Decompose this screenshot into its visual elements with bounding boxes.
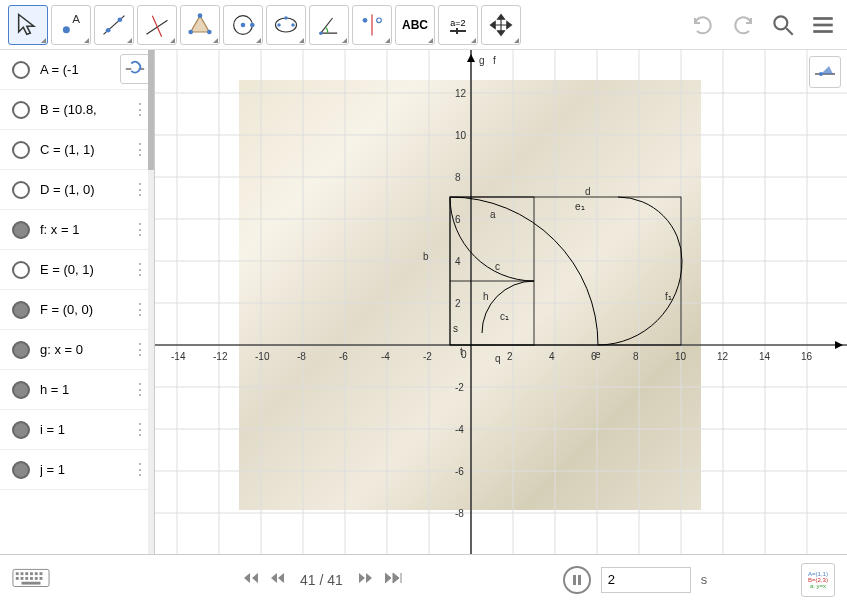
svg-text:-10: -10 (255, 351, 270, 362)
slider-tool[interactable]: a=2 (438, 5, 478, 45)
object-menu-button[interactable]: ⋮ (132, 422, 148, 438)
algebra-style-button[interactable] (120, 54, 150, 84)
svg-text:14: 14 (759, 351, 771, 362)
undo-button[interactable] (687, 9, 719, 41)
object-menu-button[interactable]: ⋮ (132, 222, 148, 238)
svg-rect-113 (22, 581, 41, 584)
svg-rect-110 (30, 577, 33, 580)
svg-text:16: 16 (801, 351, 813, 362)
visibility-toggle[interactable] (12, 301, 30, 319)
svg-point-12 (250, 22, 255, 27)
svg-point-15 (291, 23, 295, 27)
svg-rect-107 (16, 577, 19, 580)
visibility-toggle[interactable] (12, 381, 30, 399)
svg-point-19 (363, 18, 368, 23)
svg-text:g: g (479, 55, 485, 66)
svg-text:-4: -4 (455, 424, 464, 435)
algebra-item[interactable]: g: x = 0⋮ (0, 330, 154, 370)
point-tool[interactable]: A (51, 5, 91, 45)
visibility-toggle[interactable] (12, 221, 30, 239)
search-button[interactable] (767, 9, 799, 41)
keyboard-button[interactable] (12, 565, 50, 595)
visibility-toggle[interactable] (12, 61, 30, 79)
graphics-style-button[interactable] (809, 56, 841, 88)
line-tool[interactable] (94, 5, 134, 45)
object-label: B = (10.8, (40, 102, 122, 117)
speed-input[interactable] (601, 567, 691, 593)
nav-first-button[interactable] (240, 571, 258, 588)
svg-line-6 (152, 15, 161, 36)
svg-text:e₁: e₁ (575, 201, 585, 212)
reflect-tool[interactable] (352, 5, 392, 45)
circle-tool[interactable] (223, 5, 263, 45)
polygon-tool[interactable] (180, 5, 220, 45)
object-label: C = (1, 1) (40, 142, 122, 157)
object-menu-button[interactable]: ⋮ (132, 182, 148, 198)
svg-rect-106 (40, 572, 43, 575)
visibility-toggle[interactable] (12, 141, 30, 159)
svg-text:-12: -12 (213, 351, 228, 362)
algebra-item[interactable]: h = 1⋮ (0, 370, 154, 410)
nav-last-button[interactable] (385, 571, 403, 588)
nav-prev-button[interactable] (270, 571, 284, 588)
object-label: i = 1 (40, 422, 122, 437)
redo-button[interactable] (727, 9, 759, 41)
svg-line-22 (786, 28, 793, 35)
perpendicular-tool[interactable] (137, 5, 177, 45)
svg-text:c: c (495, 261, 500, 272)
object-label: j = 1 (40, 462, 122, 477)
angle-tool[interactable] (309, 5, 349, 45)
svg-text:t: t (460, 346, 463, 357)
svg-point-3 (106, 27, 111, 32)
object-menu-button[interactable]: ⋮ (132, 382, 148, 398)
algebra-item[interactable]: C = (1, 1)⋮ (0, 130, 154, 170)
svg-rect-111 (35, 577, 38, 580)
text-tool[interactable]: ABC (395, 5, 435, 45)
visibility-toggle[interactable] (12, 101, 30, 119)
svg-rect-105 (35, 572, 38, 575)
svg-point-0 (63, 26, 70, 33)
algebra-item[interactable]: E = (0, 1)⋮ (0, 250, 154, 290)
svg-text:10: 10 (455, 130, 467, 141)
graphics-view[interactable]: -14-12-10-8-6-4-2246810121416-8-6-4-2246… (155, 50, 847, 554)
object-label: A = (-1 (40, 62, 122, 77)
object-menu-button[interactable]: ⋮ (132, 462, 148, 478)
algebra-item[interactable]: i = 1⋮ (0, 410, 154, 450)
ellipse-tool[interactable] (266, 5, 306, 45)
move-view-tool[interactable] (481, 5, 521, 45)
object-label: E = (0, 1) (40, 262, 122, 277)
algebra-scrollbar[interactable] (148, 50, 154, 554)
object-label: g: x = 0 (40, 342, 122, 357)
object-menu-button[interactable]: ⋮ (132, 302, 148, 318)
menu-button[interactable] (807, 9, 839, 41)
visibility-toggle[interactable] (12, 181, 30, 199)
svg-text:-8: -8 (455, 508, 464, 519)
object-menu-button[interactable]: ⋮ (132, 142, 148, 158)
svg-text:8: 8 (455, 172, 461, 183)
algebra-item[interactable]: D = (1, 0)⋮ (0, 170, 154, 210)
visibility-toggle[interactable] (12, 421, 30, 439)
object-menu-button[interactable]: ⋮ (132, 102, 148, 118)
move-tool[interactable] (8, 5, 48, 45)
svg-text:b: b (423, 251, 429, 262)
algebra-item[interactable]: F = (0, 0)⋮ (0, 290, 154, 330)
svg-text:2: 2 (507, 351, 513, 362)
svg-rect-109 (25, 577, 28, 580)
svg-point-17 (319, 31, 323, 34)
construction-protocol-button[interactable]: A=(1,1) B=(2,3) a: y=x (801, 563, 835, 597)
svg-text:6: 6 (455, 214, 461, 225)
svg-text:-6: -6 (455, 466, 464, 477)
play-pause-button[interactable] (563, 566, 591, 594)
algebra-item[interactable]: f: x = 1⋮ (0, 210, 154, 250)
visibility-toggle[interactable] (12, 341, 30, 359)
algebra-item[interactable]: B = (10.8,⋮ (0, 90, 154, 130)
object-label: h = 1 (40, 382, 122, 397)
visibility-toggle[interactable] (12, 261, 30, 279)
visibility-toggle[interactable] (12, 461, 30, 479)
svg-point-20 (377, 18, 382, 23)
object-menu-button[interactable]: ⋮ (132, 342, 148, 358)
algebra-item[interactable]: j = 1⋮ (0, 450, 154, 490)
object-menu-button[interactable]: ⋮ (132, 262, 148, 278)
svg-point-16 (284, 16, 288, 20)
nav-next-button[interactable] (359, 571, 373, 588)
